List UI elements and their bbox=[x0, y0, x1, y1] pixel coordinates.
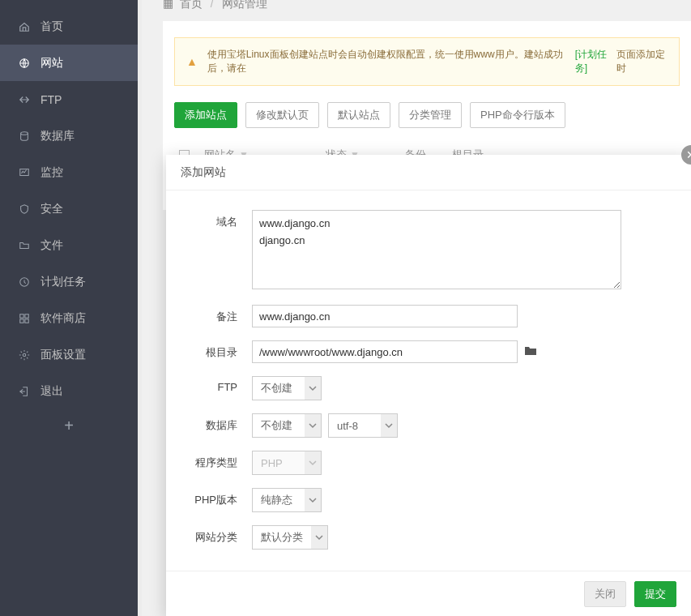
sidebar-item-database[interactable]: 数据库 bbox=[0, 118, 138, 154]
add-site-button[interactable]: 添加站点 bbox=[174, 102, 237, 128]
sidebar-item-label: 监控 bbox=[41, 165, 63, 180]
modal-footer: 关闭 提交 bbox=[166, 571, 691, 616]
warning-icon: ▲ bbox=[186, 55, 198, 68]
label-remark: 备注 bbox=[184, 305, 252, 324]
breadcrumb: ▦ 首页 / 网站管理 bbox=[142, 0, 691, 6]
sidebar-item-ftp[interactable]: FTP bbox=[0, 81, 138, 118]
sidebar-item-label: 软件商店 bbox=[41, 311, 86, 326]
sidebar-item-appstore[interactable]: 软件商店 bbox=[0, 300, 138, 336]
label-domain: 域名 bbox=[184, 210, 252, 229]
label-phpver: PHP版本 bbox=[184, 488, 252, 507]
php-cli-button[interactable]: PHP命令行版本 bbox=[470, 102, 565, 128]
sidebar-item-monitor[interactable]: 监控 bbox=[0, 154, 138, 190]
root-input[interactable] bbox=[252, 340, 518, 363]
chevron-down-icon bbox=[311, 526, 327, 549]
category-button[interactable]: 分类管理 bbox=[399, 102, 462, 128]
sidebar-item-label: 面板设置 bbox=[41, 348, 86, 362]
modify-default-button[interactable]: 修改默认页 bbox=[245, 102, 319, 128]
clock-icon bbox=[18, 276, 31, 289]
shield-icon bbox=[18, 203, 31, 216]
ftp-icon bbox=[18, 93, 31, 106]
svg-point-1 bbox=[21, 131, 28, 135]
breadcrumb-sep: / bbox=[211, 0, 214, 10]
home-small-icon: ▦ bbox=[163, 0, 173, 10]
sidebar-item-label: 文件 bbox=[41, 238, 63, 253]
sidebar: 首页 网站 FTP 数据库 监控 安全 文件 计划任务 软件商店 面板设置 退出… bbox=[0, 0, 138, 616]
ftp-select[interactable]: 不创建 bbox=[252, 376, 322, 400]
globe-icon bbox=[18, 57, 31, 70]
database-icon bbox=[18, 130, 31, 143]
chevron-down-icon bbox=[305, 414, 321, 437]
sidebar-item-label: 数据库 bbox=[41, 129, 75, 143]
grid-icon bbox=[18, 312, 31, 325]
sidebar-item-logout[interactable]: 退出 bbox=[0, 373, 138, 409]
chevron-down-icon bbox=[305, 377, 321, 400]
label-sitecat: 网站分类 bbox=[184, 525, 252, 545]
svg-rect-7 bbox=[25, 319, 28, 322]
monitor-icon bbox=[18, 166, 31, 179]
alert-link[interactable]: [计划任务] bbox=[575, 48, 616, 75]
svg-rect-6 bbox=[20, 319, 23, 322]
modal-body: 域名 备注 根目录 FTP 不创建 bbox=[166, 190, 691, 571]
sidebar-item-website[interactable]: 网站 bbox=[0, 45, 138, 81]
chevron-down-icon bbox=[381, 414, 397, 437]
label-ptype: 程序类型 bbox=[184, 451, 252, 470]
browse-folder-button[interactable] bbox=[524, 344, 537, 360]
add-site-modal: 添加网站 ✕ 域名 备注 根目录 FTP bbox=[166, 155, 691, 616]
default-site-button[interactable]: 默认站点 bbox=[327, 102, 390, 128]
svg-point-8 bbox=[23, 353, 26, 357]
chevron-down-icon bbox=[305, 451, 321, 474]
logout-icon bbox=[18, 385, 31, 398]
alert-banner: ▲ 使用宝塔Linux面板创建站点时会自动创建权限配置，统一使用www用户。建站… bbox=[174, 37, 680, 86]
submit-button[interactable]: 提交 bbox=[634, 581, 676, 607]
toolbar: 添加站点 修改默认页 默认站点 分类管理 PHP命令行版本 bbox=[174, 102, 680, 128]
svg-rect-5 bbox=[25, 314, 28, 317]
sidebar-add-button[interactable]: + bbox=[0, 409, 138, 442]
breadcrumb-home[interactable]: 首页 bbox=[180, 0, 203, 10]
site-category-select[interactable]: 默认分类 bbox=[252, 525, 328, 550]
sidebar-item-label: 首页 bbox=[41, 19, 63, 34]
svg-rect-4 bbox=[20, 314, 23, 317]
charset-select[interactable]: utf-8 bbox=[328, 413, 398, 438]
alert-text2: 页面添加定时 bbox=[616, 48, 671, 75]
alert-text1: 使用宝塔Linux面板创建站点时会自动创建权限配置，统一使用www用户。建站成功… bbox=[207, 48, 575, 75]
modal-close-button[interactable]: ✕ bbox=[681, 145, 691, 165]
modal-title-bar: 添加网站 ✕ bbox=[166, 155, 691, 190]
sidebar-item-files[interactable]: 文件 bbox=[0, 227, 138, 263]
modal-title: 添加网站 bbox=[181, 165, 226, 180]
php-version-select[interactable]: 纯静态 bbox=[252, 488, 322, 512]
domain-textarea[interactable] bbox=[252, 210, 621, 289]
sidebar-item-cron[interactable]: 计划任务 bbox=[0, 263, 138, 300]
gear-icon bbox=[18, 349, 31, 361]
remark-input[interactable] bbox=[252, 305, 518, 327]
sidebar-item-label: 安全 bbox=[41, 202, 63, 216]
label-ftp: FTP bbox=[184, 376, 252, 393]
sidebar-item-label: 网站 bbox=[41, 56, 63, 71]
sidebar-item-home[interactable]: 首页 bbox=[0, 8, 138, 45]
program-type-select: PHP bbox=[252, 451, 322, 475]
sidebar-item-settings[interactable]: 面板设置 bbox=[0, 336, 138, 373]
db-select[interactable]: 不创建 bbox=[252, 413, 322, 438]
sidebar-item-security[interactable]: 安全 bbox=[0, 190, 138, 227]
sidebar-item-label: FTP bbox=[41, 93, 62, 106]
label-root: 根目录 bbox=[184, 340, 252, 360]
label-db: 数据库 bbox=[184, 413, 252, 433]
home-icon bbox=[18, 20, 31, 33]
chevron-down-icon bbox=[305, 489, 321, 511]
breadcrumb-current: 网站管理 bbox=[222, 0, 267, 10]
sidebar-item-label: 退出 bbox=[41, 384, 63, 399]
folder-icon bbox=[18, 239, 31, 252]
sidebar-item-label: 计划任务 bbox=[41, 275, 86, 289]
cancel-button[interactable]: 关闭 bbox=[584, 581, 626, 607]
